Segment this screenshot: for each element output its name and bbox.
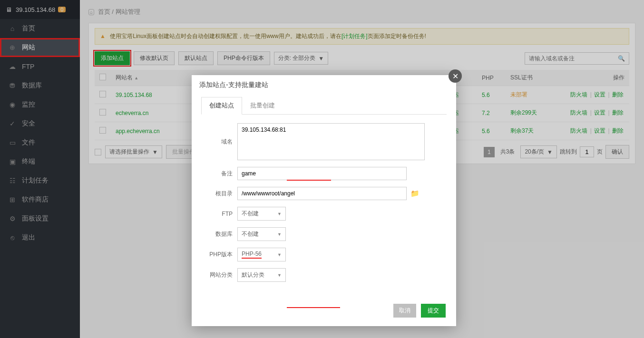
close-icon[interactable]: ✕	[449, 69, 462, 83]
ftp-select[interactable]: 不创建▼	[237, 207, 286, 221]
modal-tabs: 创建站点 批量创建	[201, 97, 447, 115]
category-select-modal[interactable]: 默认分类▼	[237, 268, 286, 282]
cancel-button[interactable]: 取消	[393, 304, 416, 318]
label-ftp: FTP	[201, 211, 237, 217]
label-note: 备注	[201, 170, 237, 178]
chevron-down-icon: ▼	[277, 232, 282, 237]
add-site-modal: ✕ 添加站点-支持批量建站 创建站点 批量创建 域名 <span></span>…	[192, 75, 456, 326]
db-select[interactable]: 不创建▼	[237, 227, 286, 241]
chevron-down-icon: ▼	[277, 252, 282, 257]
chevron-down-icon: ▼	[277, 273, 282, 278]
domain-input[interactable]: <span></span>	[237, 123, 425, 160]
php-select[interactable]: PHP-56▼	[237, 248, 286, 261]
root-input[interactable]	[237, 187, 407, 200]
note-input[interactable]	[237, 167, 407, 180]
submit-button[interactable]: 提交	[421, 304, 446, 318]
label-domain: 域名	[201, 138, 237, 146]
label-db: 数据库	[201, 230, 237, 238]
folder-icon[interactable]: 📁	[410, 189, 420, 198]
label-php: PHP版本	[201, 251, 237, 259]
label-root: 根目录	[201, 190, 237, 198]
chevron-down-icon: ▼	[277, 212, 282, 216]
tab-batch[interactable]: 批量创建	[242, 97, 283, 114]
modal-title: 添加站点-支持批量建站	[192, 75, 456, 95]
tab-create[interactable]: 创建站点	[201, 97, 242, 115]
label-cat: 网站分类	[201, 271, 237, 279]
